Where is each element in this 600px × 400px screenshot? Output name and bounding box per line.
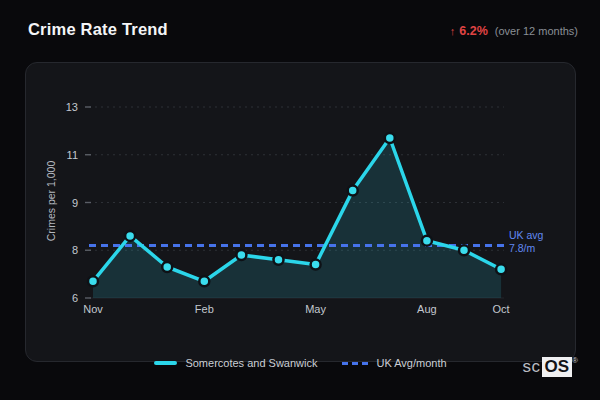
up-arrow-icon: ↑ <box>450 25 456 37</box>
scos-logo: sc OS ® <box>523 356 578 378</box>
uk-avg-sublabel: 7.8/m <box>509 242 536 254</box>
chart-footer: Somercotes and Swanwick UK Avg/month <box>25 354 576 372</box>
x-tick-label: Oct <box>493 303 510 315</box>
y-tick-label: 6 <box>72 292 78 304</box>
legend-item-somercotes[interactable]: Somercotes and Swanwick <box>154 357 317 369</box>
legend-label-uk-avg: UK Avg/month <box>376 357 446 369</box>
data-point-jan[interactable] <box>162 262 172 272</box>
uk-avg-label: UK avg <box>509 229 544 241</box>
data-point-apr[interactable] <box>274 255 284 265</box>
trend-change-badge: ↑ 6.2% (over 12 months) <box>450 24 578 38</box>
y-tick-label: 13 <box>66 101 78 113</box>
change-percent: 6.2% <box>459 24 488 38</box>
logo-text-os: OS <box>542 357 573 377</box>
legend-label-somercotes: Somercotes and Swanwick <box>185 357 317 369</box>
data-point-jun[interactable] <box>348 186 358 196</box>
data-point-feb[interactable] <box>199 276 209 286</box>
data-point-nov[interactable] <box>88 276 98 286</box>
x-tick-label: Nov <box>83 303 103 315</box>
x-tick-label: Feb <box>195 303 214 315</box>
data-point-may[interactable] <box>311 260 321 270</box>
page-header: Crime Rate Trend ↑ 6.2% (over 12 months) <box>28 20 578 39</box>
crime-trend-chart-card: 6891113NovFebMayAugOctUK avg7.8/mCrimes … <box>25 62 576 362</box>
y-tick-label: 11 <box>67 149 78 161</box>
x-tick-label: Aug <box>417 303 437 315</box>
data-point-jul[interactable] <box>385 133 395 143</box>
registered-mark-icon: ® <box>572 356 578 365</box>
y-axis-title: Crimes per 1,000 <box>45 161 57 242</box>
series-area-fill <box>93 138 501 298</box>
logo-text-sc: sc <box>523 357 541 377</box>
legend-dashed-swatch-icon <box>342 362 368 365</box>
page-title: Crime Rate Trend <box>28 20 168 39</box>
change-caption: (over 12 months) <box>495 25 578 37</box>
legend-item-uk-avg[interactable]: UK Avg/month <box>342 357 446 369</box>
data-point-mar[interactable] <box>236 250 246 260</box>
data-point-sep[interactable] <box>459 245 469 255</box>
data-point-oct[interactable] <box>496 264 506 274</box>
data-point-dec[interactable] <box>125 231 135 241</box>
x-tick-label: May <box>305 303 326 315</box>
y-tick-label: 9 <box>72 197 78 209</box>
y-tick-label: 8 <box>72 244 78 256</box>
legend-line-swatch-icon <box>154 361 177 365</box>
data-point-aug[interactable] <box>422 236 432 246</box>
crime-trend-chart: 6891113NovFebMayAugOctUK avg7.8/mCrimes … <box>26 63 575 361</box>
